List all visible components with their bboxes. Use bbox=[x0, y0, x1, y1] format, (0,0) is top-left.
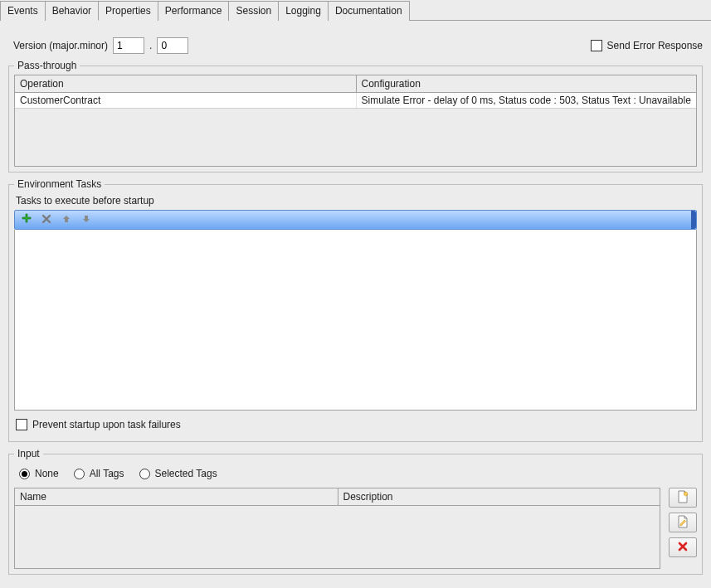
tab-bar: Events Behavior Properties Performance S… bbox=[0, 0, 711, 21]
env-tasks-toolbar bbox=[14, 210, 697, 230]
pass-through-header-configuration[interactable]: Configuration bbox=[356, 75, 697, 93]
env-tasks-list[interactable] bbox=[14, 230, 697, 411]
version-dot: . bbox=[149, 40, 152, 51]
radio-all-tags-indicator[interactable] bbox=[74, 469, 85, 479]
pass-through-cell-operation: CustomerContract bbox=[15, 93, 356, 108]
pass-through-title: Pass-through bbox=[14, 60, 80, 71]
input-button-column bbox=[669, 488, 697, 557]
edit-document-icon bbox=[676, 515, 689, 531]
radio-none[interactable]: None bbox=[19, 468, 59, 479]
radio-selected-tags-indicator[interactable] bbox=[139, 469, 150, 479]
tab-session[interactable]: Session bbox=[228, 1, 279, 21]
input-header-name[interactable]: Name bbox=[15, 488, 338, 506]
add-task-button[interactable] bbox=[20, 213, 33, 226]
edit-tag-button[interactable] bbox=[669, 513, 697, 532]
radio-selected-tags[interactable]: Selected Tags bbox=[139, 468, 217, 479]
input-title: Input bbox=[14, 448, 43, 459]
new-document-icon bbox=[676, 490, 689, 506]
pass-through-header-operation[interactable]: Operation bbox=[15, 75, 356, 93]
toolbar-edge bbox=[691, 211, 696, 229]
tab-documentation[interactable]: Documentation bbox=[328, 1, 410, 21]
input-tags-table[interactable]: Name Description bbox=[14, 488, 660, 569]
send-error-response-checkbox[interactable] bbox=[591, 40, 602, 51]
version-label: Version (major.minor) bbox=[13, 40, 108, 51]
radio-selected-tags-label: Selected Tags bbox=[155, 468, 217, 479]
pass-through-cell-configuration: Simulate Error - delay of 0 ms, Status c… bbox=[356, 93, 697, 108]
pass-through-empty-area bbox=[15, 108, 696, 166]
table-row[interactable]: CustomerContract Simulate Error - delay … bbox=[15, 93, 696, 108]
plus-icon bbox=[21, 213, 32, 227]
pass-through-group: Pass-through Operation Configuration Cus… bbox=[8, 66, 703, 173]
radio-none-label: None bbox=[35, 468, 59, 479]
version-major-input[interactable] bbox=[113, 37, 144, 54]
version-minor-input[interactable] bbox=[157, 37, 188, 54]
move-up-button[interactable] bbox=[60, 213, 73, 226]
radio-all-tags[interactable]: All Tags bbox=[74, 468, 124, 479]
input-header-description[interactable]: Description bbox=[338, 488, 660, 506]
input-tags-header: Name Description bbox=[15, 488, 660, 506]
new-tag-button[interactable] bbox=[669, 488, 697, 508]
env-tasks-group: Environment Tasks Tasks to execute befor… bbox=[8, 184, 703, 442]
env-tasks-title: Environment Tasks bbox=[14, 178, 105, 190]
prevent-startup-label: Prevent startup upon task failures bbox=[32, 419, 181, 430]
tab-events[interactable]: Events bbox=[0, 1, 46, 21]
arrow-down-icon bbox=[81, 214, 91, 226]
send-error-response[interactable]: Send Error Response bbox=[591, 40, 703, 51]
pass-through-table[interactable]: Operation Configuration CustomerContract… bbox=[14, 75, 697, 167]
input-radio-group: None All Tags Selected Tags bbox=[19, 468, 697, 479]
input-group: Input None All Tags Selected Tags Name D… bbox=[8, 454, 703, 575]
tab-behavior[interactable]: Behavior bbox=[45, 1, 99, 21]
send-error-response-label: Send Error Response bbox=[607, 40, 703, 51]
x-icon bbox=[41, 214, 51, 226]
tab-performance[interactable]: Performance bbox=[158, 1, 230, 21]
move-down-button[interactable] bbox=[80, 213, 93, 226]
properties-panel: Version (major.minor) . Send Error Respo… bbox=[0, 21, 711, 585]
radio-none-indicator[interactable] bbox=[19, 469, 30, 479]
delete-tag-button[interactable] bbox=[669, 537, 697, 557]
pass-through-header: Operation Configuration bbox=[15, 75, 696, 93]
env-tasks-sublabel: Tasks to execute before startup bbox=[16, 195, 697, 207]
svg-point-0 bbox=[684, 492, 687, 495]
remove-task-button[interactable] bbox=[40, 213, 53, 226]
radio-all-tags-label: All Tags bbox=[90, 468, 124, 479]
delete-icon bbox=[677, 541, 689, 555]
arrow-up-icon bbox=[61, 214, 71, 226]
tab-properties[interactable]: Properties bbox=[98, 1, 158, 21]
prevent-startup-row[interactable]: Prevent startup upon task failures bbox=[16, 419, 181, 430]
tab-logging[interactable]: Logging bbox=[278, 1, 329, 21]
prevent-startup-checkbox[interactable] bbox=[16, 419, 27, 430]
version-row: Version (major.minor) . Send Error Respo… bbox=[8, 37, 703, 54]
